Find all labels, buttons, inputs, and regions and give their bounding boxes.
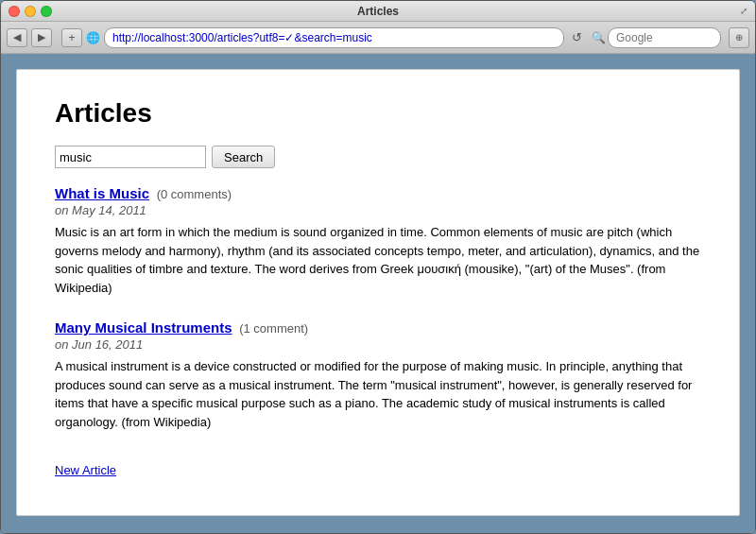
article-title-line: Many Musical Instruments (1 comment) xyxy=(55,319,701,336)
maximize-button[interactable] xyxy=(41,6,52,17)
back-button[interactable]: ◀ xyxy=(7,28,27,47)
close-button[interactable] xyxy=(9,6,20,17)
article-item: What is Music (0 comments) on May 14, 20… xyxy=(55,185,701,297)
browser-search-input[interactable] xyxy=(608,27,721,48)
restore-button[interactable]: ⤢ xyxy=(740,6,747,16)
title-bar: Articles ⤢ xyxy=(1,1,755,22)
article-item: Many Musical Instruments (1 comment) on … xyxy=(55,319,701,431)
traffic-lights xyxy=(9,6,52,17)
globe-icon: 🌐 xyxy=(86,31,100,44)
search-icon: 🔍 xyxy=(592,31,606,44)
article-body: Music is an art form in which the medium… xyxy=(55,223,701,297)
rss-button[interactable]: ⊕ xyxy=(729,27,749,48)
page-title: Articles xyxy=(55,98,701,129)
browser-search-container: 🔍 xyxy=(592,27,721,48)
article-date: on Jun 16, 2011 xyxy=(55,337,701,352)
address-input[interactable] xyxy=(104,27,564,48)
page-card: Articles Search What is Music (0 comment… xyxy=(16,69,740,516)
article-title-line: What is Music (0 comments) xyxy=(55,185,701,201)
browser-window: Articles ⤢ ◀ ▶ + 🌐 ↺ 🔍 ⊕ Articles Search xyxy=(0,0,756,534)
article-title-link[interactable]: What is Music xyxy=(55,185,149,201)
address-bar-container: + 🌐 ↺ xyxy=(61,27,582,48)
refresh-icon[interactable]: ↺ xyxy=(572,30,582,44)
article-title-link[interactable]: Many Musical Instruments xyxy=(55,319,232,336)
forward-button[interactable]: ▶ xyxy=(31,28,52,47)
new-article-link[interactable]: New Article xyxy=(55,463,116,477)
window-title: Articles xyxy=(357,5,399,18)
reload-icon: + xyxy=(68,31,75,44)
browser-toolbar: ◀ ▶ + 🌐 ↺ 🔍 ⊕ xyxy=(1,22,755,54)
search-button[interactable]: Search xyxy=(212,146,275,168)
minimize-button[interactable] xyxy=(25,6,36,17)
search-form: Search xyxy=(55,146,701,168)
article-comments: (1 comment) xyxy=(239,321,308,336)
article-body: A musical instrument is a device constru… xyxy=(55,357,701,431)
article-search-input[interactable] xyxy=(55,146,206,168)
article-comments: (0 comments) xyxy=(157,187,232,201)
reload-button[interactable]: + xyxy=(61,28,82,47)
article-date: on May 14, 2011 xyxy=(55,203,701,217)
browser-content: Articles Search What is Music (0 comment… xyxy=(1,54,755,533)
